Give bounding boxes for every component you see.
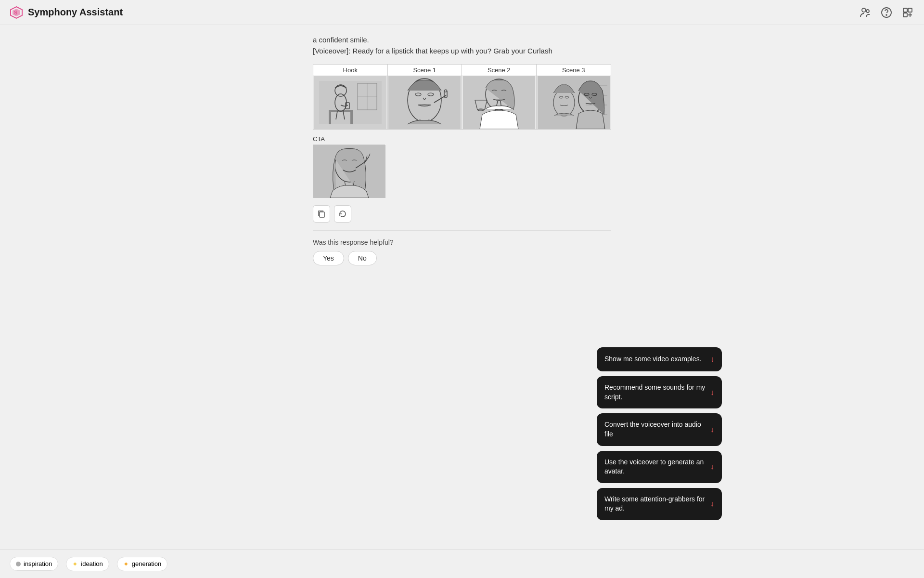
- hook-label: Hook: [313, 65, 387, 76]
- inspiration-dot: [16, 562, 21, 566]
- scene3-label: Scene 3: [537, 65, 611, 76]
- tag-ideation[interactable]: ✦ ideation: [66, 557, 109, 571]
- suggestion-video-examples[interactable]: Show me some video examples. ↓: [597, 347, 722, 371]
- refresh-button[interactable]: [334, 205, 351, 223]
- svg-text:S: S: [14, 10, 17, 15]
- suggestions-panel: Show me some video examples. ↓ Recommend…: [597, 347, 722, 520]
- suggestion-attention-grabbers[interactable]: Write some attention-grabbers for my ad.…: [597, 488, 722, 520]
- svg-rect-25: [445, 90, 447, 92]
- arrow-icon-2: ↓: [710, 424, 714, 435]
- add-icon[interactable]: [901, 6, 914, 19]
- chat-area: a confident smile. [Voiceover]: Ready fo…: [0, 25, 924, 549]
- svg-rect-42: [320, 212, 324, 217]
- header-right: [859, 6, 914, 19]
- ideation-label: ideation: [81, 560, 103, 567]
- content-divider: [313, 230, 611, 231]
- storyboard-scene2: Scene 2: [462, 65, 537, 129]
- arrow-icon-4: ↓: [710, 499, 714, 509]
- storyboard-hook: Hook: [313, 65, 388, 129]
- svg-rect-13: [350, 112, 353, 124]
- svg-rect-9: [903, 13, 907, 17]
- bottom-bar: inspiration ✦ ideation ✦ generation: [0, 549, 924, 578]
- action-buttons: [313, 205, 611, 223]
- svg-rect-7: [903, 8, 907, 12]
- svg-rect-12: [329, 112, 331, 124]
- svg-point-6: [886, 14, 887, 15]
- feedback-no-button[interactable]: No: [348, 251, 377, 265]
- app-title: Symphony Assistant: [28, 7, 123, 18]
- inspiration-label: inspiration: [24, 560, 52, 567]
- feedback-question: Was this response helpful?: [313, 238, 611, 246]
- help-icon[interactable]: [880, 6, 893, 19]
- chat-content: a confident smile. [Voiceover]: Ready fo…: [313, 35, 611, 275]
- suggestion-audio-file[interactable]: Convert the voiceover into audio file ↓: [597, 413, 722, 446]
- svg-point-4: [866, 10, 869, 13]
- tag-inspiration[interactable]: inspiration: [10, 557, 58, 571]
- scene1-image: [388, 76, 462, 129]
- arrow-icon-0: ↓: [710, 354, 714, 365]
- scene2-image: [462, 76, 536, 129]
- storyboard-scene1: Scene 1: [388, 65, 462, 129]
- app-header: S Symphony Assistant: [0, 0, 924, 25]
- arrow-icon-1: ↓: [710, 387, 714, 398]
- generation-icon: ✦: [123, 560, 129, 568]
- header-left: S Symphony Assistant: [10, 6, 123, 19]
- cta-label: CTA: [313, 135, 611, 143]
- scene2-label: Scene 2: [462, 65, 536, 76]
- voiceover-text-partial: a confident smile. [Voiceover]: Ready fo…: [313, 35, 611, 56]
- copy-button[interactable]: [313, 205, 330, 223]
- cta-image: [313, 144, 385, 197]
- generation-label: generation: [132, 560, 161, 567]
- feedback-yes-button[interactable]: Yes: [313, 251, 344, 265]
- hook-image: [313, 76, 387, 129]
- feedback-buttons: Yes No: [313, 251, 611, 265]
- storyboard-scene3: Scene 3: [537, 65, 611, 129]
- arrow-icon-3: ↓: [710, 461, 714, 472]
- suggestion-avatar[interactable]: Use the voiceover to generate an avatar.…: [597, 451, 722, 483]
- scene3-image: [537, 76, 611, 129]
- scene1-label: Scene 1: [388, 65, 462, 76]
- logo-icon: S: [10, 6, 23, 19]
- users-icon[interactable]: [859, 6, 872, 19]
- suggestion-sounds[interactable]: Recommend some sounds for my script. ↓: [597, 376, 722, 408]
- tag-generation[interactable]: ✦ generation: [117, 557, 167, 571]
- feedback-section: Was this response helpful? Yes No: [313, 238, 611, 265]
- svg-point-3: [862, 8, 866, 12]
- cta-section: CTA: [313, 135, 611, 197]
- storyboard-grid: Hook: [313, 64, 611, 130]
- ideation-icon: ✦: [72, 560, 78, 568]
- svg-rect-8: [908, 8, 912, 12]
